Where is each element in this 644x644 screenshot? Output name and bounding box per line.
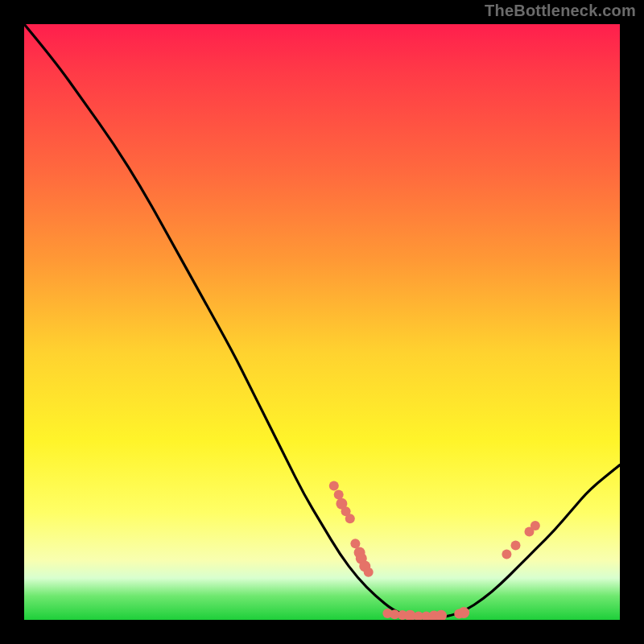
data-point <box>502 550 511 559</box>
data-point <box>511 541 521 551</box>
attribution-text: TheBottleneck.com <box>485 2 636 20</box>
data-point <box>329 481 339 491</box>
data-point <box>436 610 447 620</box>
chart-stage: TheBottleneck.com <box>0 0 644 644</box>
data-point <box>364 568 374 577</box>
data-points-group <box>329 481 540 621</box>
plot-area <box>24 24 620 620</box>
data-point <box>345 514 355 523</box>
data-point <box>458 607 469 618</box>
data-point <box>530 521 540 530</box>
curve-layer <box>24 24 620 620</box>
